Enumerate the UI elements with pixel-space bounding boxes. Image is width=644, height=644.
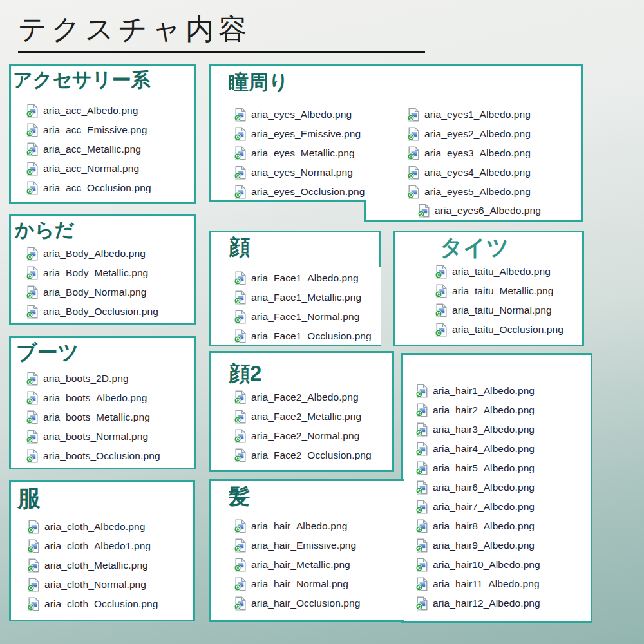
section-title: からだ — [15, 219, 74, 240]
file-name: aria_Face1_Normal.png — [251, 311, 359, 323]
file-item: aria_eyes_Metallic.png — [234, 144, 365, 163]
image-file-icon — [26, 372, 39, 386]
file-name: aria_hair8_Albedo.png — [433, 520, 535, 532]
image-file-icon — [234, 596, 247, 611]
section-face2: 顔2 aria_Face2_Albedo.pngaria_Face2_Metal… — [209, 351, 394, 472]
image-file-icon — [234, 519, 247, 533]
section-clothes: 服 aria_cloth_Albedo.pngaria_cloth_Albedo… — [9, 480, 195, 621]
image-file-icon — [26, 266, 39, 280]
image-file-icon — [27, 520, 40, 534]
file-name: aria_eyes5_Albedo.png — [424, 186, 531, 198]
file-list: aria_Body_Albedo.pngaria_Body_Metallic.p… — [26, 244, 158, 321]
file-item: aria_boots_2D.png — [26, 369, 160, 388]
image-file-icon — [415, 442, 428, 456]
image-file-icon — [234, 290, 247, 305]
file-name: aria_acc_Occlusion.png — [43, 182, 151, 194]
file-name: aria_hair2_Albedo.png — [433, 404, 535, 416]
file-name: aria_hair_Albedo.png — [251, 520, 347, 532]
file-item: aria_acc_Metallic.png — [26, 140, 151, 159]
file-name: aria_eyes_Normal.png — [251, 167, 353, 178]
file-item: aria_Face1_Normal.png — [234, 307, 372, 327]
file-list: aria_taitu_Albedo.pngaria_taitu_Metallic… — [435, 262, 564, 339]
file-name: aria_hair_Normal.png — [251, 578, 348, 590]
file-item: aria_Face1_Occlusion.png — [234, 327, 372, 346]
file-name: aria_acc_Albedo.png — [43, 105, 138, 117]
image-file-icon — [407, 146, 420, 160]
file-name: aria_hair1_Albedo.png — [433, 385, 535, 397]
section-title: タイツ — [440, 235, 509, 260]
section-hair: 髪 aria_hair_Albedo.pngaria_hair_Emissive… — [209, 479, 404, 622]
image-file-icon — [234, 410, 247, 424]
file-name: aria_cloth_Metallic.png — [44, 560, 148, 571]
file-item: aria_Face2_Metallic.png — [234, 407, 372, 426]
file-item: aria_Face2_Normal.png — [234, 426, 372, 446]
file-item: aria_Body_Occlusion.png — [26, 302, 158, 321]
file-name: aria_taitu_Metallic.png — [452, 285, 553, 297]
file-item: aria_hair5_Albedo.png — [415, 459, 540, 478]
image-file-icon — [407, 166, 420, 180]
file-item: aria_eyes2_Albedo.png — [407, 124, 531, 144]
image-file-icon — [415, 384, 428, 398]
file-name: aria_eyes_Metallic.png — [251, 147, 355, 159]
image-file-icon — [234, 429, 247, 443]
image-file-icon — [234, 271, 247, 285]
image-file-icon — [415, 500, 428, 514]
section-title: 髪 — [229, 485, 250, 508]
file-name: aria_hair_Metallic.png — [251, 559, 350, 571]
file-item: aria_acc_Occlusion.png — [26, 178, 151, 198]
title-underline — [18, 51, 425, 53]
image-file-icon — [435, 265, 448, 279]
image-file-icon — [26, 181, 39, 195]
file-name: aria_hair3_Albedo.png — [433, 424, 535, 435]
file-item: aria_cloth_Occlusion.png — [27, 594, 158, 614]
file-item: aria_hair6_Albedo.png — [415, 478, 540, 497]
section-title: ブーツ — [16, 341, 79, 364]
file-item: aria_boots_Normal.png — [26, 427, 160, 446]
image-file-icon — [415, 461, 428, 475]
section-eyes-extension: aria_eyes6_Albedo.png — [364, 200, 583, 222]
file-list: aria_acc_Albedo.pngaria_acc_Emissive.png… — [26, 101, 151, 198]
image-file-icon — [415, 403, 428, 417]
file-item: aria_eyes_Albedo.png — [234, 105, 365, 124]
file-name: aria_eyes_Occlusion.png — [251, 186, 365, 198]
file-item: aria_hair10_Albedo.png — [415, 555, 540, 574]
file-name: aria_taitu_Occlusion.png — [452, 324, 564, 336]
file-name: aria_Body_Albedo.png — [43, 248, 146, 260]
file-item: aria_Face2_Occlusion.png — [234, 446, 372, 465]
file-name: aria_Body_Metallic.png — [43, 267, 148, 279]
file-name: aria_cloth_Occlusion.png — [44, 598, 158, 610]
section-title: 顔2 — [229, 362, 261, 385]
file-item: aria_acc_Emissive.png — [26, 120, 151, 140]
file-name: aria_hair10_Albedo.png — [433, 559, 540, 571]
file-name: aria_Face1_Albedo.png — [251, 272, 359, 284]
file-name: aria_taitu_Normal.png — [452, 305, 552, 316]
file-name: aria_boots_Albedo.png — [43, 392, 147, 404]
image-file-icon — [234, 448, 247, 462]
file-name: aria_hair11_Albedo.png — [433, 578, 540, 590]
file-item: aria_eyes4_Albedo.png — [407, 163, 531, 182]
section-hair-numbered: aria_hair1_Albedo.pngaria_hair2_Albedo.p… — [401, 353, 592, 623]
file-name: aria_hair12_Albedo.png — [433, 598, 540, 609]
image-file-icon — [27, 539, 40, 553]
file-name: aria_hair_Occlusion.png — [251, 598, 360, 609]
file-name: aria_hair5_Albedo.png — [433, 462, 535, 474]
image-file-icon — [435, 303, 448, 317]
file-item: aria_hair_Emissive.png — [234, 536, 360, 555]
file-item: aria_hair8_Albedo.png — [415, 516, 540, 536]
file-name: aria_Body_Normal.png — [43, 287, 147, 298]
file-item: aria_acc_Normal.png — [26, 159, 151, 178]
image-file-icon — [415, 422, 428, 437]
image-file-icon — [26, 391, 39, 405]
image-file-icon — [407, 185, 420, 199]
file-name: aria_Face2_Albedo.png — [251, 392, 359, 403]
image-file-icon — [435, 284, 448, 298]
image-file-icon — [415, 480, 428, 495]
image-file-icon — [417, 204, 430, 218]
file-item: aria_hair7_Albedo.png — [415, 497, 540, 516]
file-item: aria_eyes6_Albedo.png — [417, 201, 541, 220]
file-list: aria_eyes6_Albedo.png — [417, 201, 541, 220]
image-file-icon — [435, 323, 448, 337]
file-name: aria_eyes3_Albedo.png — [424, 147, 531, 159]
image-file-icon — [415, 538, 428, 553]
section-eyes: 瞳周り aria_eyes_Albedo.pngaria_eyes_Emissi… — [209, 64, 583, 202]
